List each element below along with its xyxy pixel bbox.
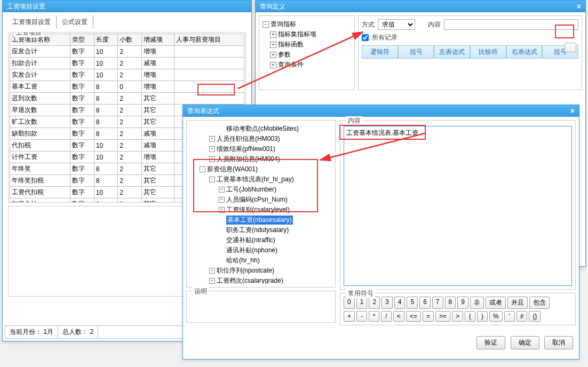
tree-node[interactable]: -薪资信息(WA001) — [190, 164, 332, 174]
tree-node[interactable]: 基本工资(nbasesalary) — [190, 215, 332, 225]
w2-titlebar[interactable]: 查询定义 × — [256, 1, 585, 12]
symbol-button[interactable]: 4 — [394, 297, 406, 309]
tab-formula-settings[interactable]: 公式设置 — [57, 15, 93, 29]
content-label: 内容 — [428, 20, 441, 29]
expand-icon[interactable]: + — [209, 156, 215, 162]
expand-icon[interactable]: + — [209, 268, 215, 274]
expand-icon[interactable]: + — [219, 207, 225, 213]
tree-item[interactable]: +查询条件 — [263, 60, 351, 70]
expand-icon[interactable]: + — [219, 197, 225, 203]
symbol-button[interactable]: {} — [529, 311, 541, 322]
w3-titlebar[interactable]: 查询表达式 × — [183, 105, 579, 117]
symbols-label: 常用符号 — [346, 289, 376, 298]
tree-node[interactable]: +人员附加信息(HM004) — [190, 154, 332, 164]
symbol-button[interactable]: 非 — [470, 297, 484, 309]
expand-icon[interactable]: + — [270, 42, 276, 48]
tree-node[interactable]: 哈哈(hr_hh) — [190, 256, 332, 266]
expand-icon[interactable]: − — [263, 21, 269, 28]
tree-node[interactable]: +职位序列(npostcate) — [190, 266, 332, 276]
expand-icon[interactable]: + — [219, 187, 225, 193]
table-row[interactable]: 基本工资数字80增项 — [10, 81, 244, 93]
expression-content[interactable]: 工资基本情况表.基本工资 — [344, 126, 572, 286]
tree-node[interactable]: 交通补贴(ntraffic) — [190, 235, 332, 245]
tree-node[interactable]: -工资基本情况表(hr_hi_pay) — [190, 174, 332, 185]
tree-node[interactable]: +工号(JobNumber) — [190, 185, 332, 195]
grid-col-header[interactable]: 类型 — [70, 34, 94, 46]
tree-item[interactable]: +指标集指标项 — [263, 29, 351, 39]
ok-button[interactable]: 确定 — [511, 336, 539, 349]
grid-col-header[interactable]: 长度 — [94, 34, 117, 46]
symbol-button[interactable]: 或者 — [486, 297, 506, 309]
content-input[interactable] — [444, 19, 578, 30]
criteria-col[interactable]: 左表达式 — [434, 45, 470, 59]
all-records-checkbox[interactable] — [362, 34, 369, 41]
tree-node[interactable]: +绩效结果(pfNew001) — [190, 144, 332, 154]
expand-icon[interactable]: + — [209, 136, 215, 142]
symbol-button[interactable]: >= — [435, 311, 450, 322]
symbol-button[interactable]: - — [356, 311, 367, 322]
symbol-button[interactable]: 7 — [432, 297, 443, 309]
symbol-button[interactable]: = — [423, 311, 434, 322]
symbol-button[interactable]: * — [369, 311, 379, 322]
verify-button[interactable]: 验证 — [476, 336, 505, 349]
tree-node[interactable]: 移动考勤点(cMobileSites) — [190, 124, 332, 134]
criteria-col[interactable]: 右表达式 — [506, 45, 543, 59]
table-row[interactable]: 实发合计数字102增项 — [10, 69, 244, 81]
table-row[interactable]: 迟到次数数字82其它 — [10, 93, 244, 105]
close-icon[interactable]: × — [570, 107, 575, 115]
tree-item[interactable]: −查询指标 — [263, 19, 351, 29]
symbol-button[interactable]: / — [381, 311, 392, 322]
symbol-button[interactable]: 1 — [356, 297, 368, 309]
close-icon[interactable]: × — [577, 2, 581, 11]
tree-node[interactable]: +工资档次(csalarygrade) — [190, 276, 332, 284]
symbol-button[interactable]: 0 — [344, 297, 355, 309]
tree-node[interactable]: 职务工资(ndutysalary) — [190, 225, 332, 235]
expand-icon[interactable]: + — [270, 62, 276, 68]
criteria-col[interactable]: 逻辑符 — [362, 45, 398, 59]
collapse-icon[interactable]: - — [209, 177, 215, 182]
symbol-button[interactable]: < — [393, 311, 404, 322]
collapse-icon[interactable]: - — [200, 166, 205, 172]
tree-node[interactable]: +人员任职信息(HM003) — [190, 134, 332, 144]
grid-col-header[interactable]: 增减项 — [141, 34, 174, 46]
content-ellipsis-button[interactable] — [565, 43, 576, 52]
symbol-button[interactable]: ' — [504, 311, 515, 322]
symbol-button[interactable]: > — [452, 311, 463, 322]
mode-select[interactable]: 求值 — [378, 19, 415, 30]
symbol-button[interactable]: 并且 — [507, 297, 528, 309]
tree-item[interactable]: +指标函数 — [263, 39, 351, 50]
symbol-button[interactable]: 2 — [369, 297, 380, 309]
expand-icon[interactable]: + — [209, 278, 215, 284]
symbol-button[interactable]: 3 — [382, 297, 393, 309]
expand-icon[interactable]: + — [270, 31, 276, 38]
expression-tree[interactable]: 移动考勤点(cMobileSites)+人员任职信息(HM003)+绩效结果(p… — [190, 124, 332, 284]
symbol-button[interactable]: 8 — [445, 297, 456, 309]
tab-salary-item-settings[interactable]: 工资项目设置 — [7, 15, 57, 29]
criteria-col[interactable]: 括号 — [398, 45, 434, 59]
tree-item[interactable]: +参数 — [263, 50, 351, 60]
symbol-button[interactable]: # — [517, 311, 528, 322]
w2-title: 查询定义 — [260, 2, 285, 11]
table-row[interactable]: 应发合计数字102增项 — [10, 46, 244, 58]
symbol-button[interactable]: 6 — [419, 297, 431, 309]
grid-col-header[interactable]: 人事与薪资项目 — [174, 34, 244, 46]
symbol-button[interactable]: 9 — [457, 297, 468, 309]
symbol-button[interactable]: ) — [477, 311, 488, 322]
tree-node[interactable]: +工资级别(csalarylevel) — [190, 205, 332, 215]
symbol-button[interactable]: 包含 — [529, 297, 550, 309]
cancel-button[interactable]: 取消 — [544, 336, 573, 349]
symbol-button[interactable]: ( — [465, 311, 475, 322]
table-row[interactable]: 扣款合计数字102减项 — [10, 58, 244, 69]
grid-col-header[interactable]: 小数 — [118, 34, 141, 46]
symbol-button[interactable]: 5 — [407, 297, 418, 309]
symbol-button[interactable]: <= — [406, 311, 421, 322]
criteria-col[interactable]: 比较符 — [470, 45, 506, 59]
tree-node[interactable]: +人员编码(cPsn_Num) — [190, 195, 332, 205]
expand-icon[interactable]: + — [270, 52, 276, 58]
w1-titlebar[interactable]: 工资项目设置 — [3, 1, 251, 12]
w1-tabs: 工资项目设置 公式设置 — [7, 15, 247, 29]
symbol-button[interactable]: + — [344, 311, 355, 322]
symbol-button[interactable]: % — [489, 311, 503, 322]
tree-node[interactable]: 通讯补贴(nphone) — [190, 245, 332, 256]
expand-icon[interactable]: + — [209, 146, 215, 152]
